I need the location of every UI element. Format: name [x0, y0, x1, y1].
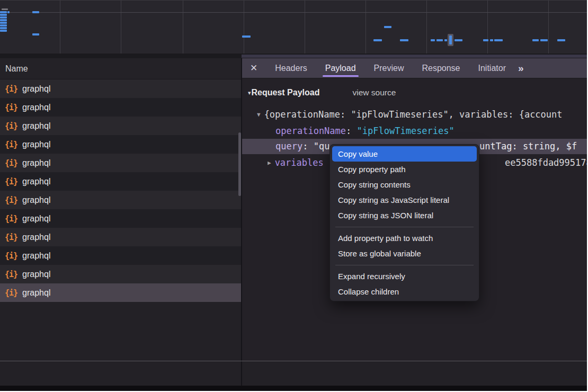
request-name: graphql [22, 233, 50, 242]
menu-separator [335, 227, 474, 227]
menu-item-store-as-global-variable[interactable]: Store as global variable [332, 246, 477, 261]
json-braces-icon: {i} [5, 195, 17, 205]
request-name: graphql [22, 103, 50, 112]
request-bar [436, 39, 443, 41]
request-name: graphql [22, 195, 50, 205]
network-overview-timeline[interactable] [0, 0, 587, 54]
menu-item-copy-string-as-javascript-literal[interactable]: Copy string as JavaScript literal [332, 192, 477, 208]
json-braces-icon: {i} [5, 233, 17, 242]
payload-preview-row[interactable]: ▼{operationName: "ipFlowTimeseries", var… [257, 109, 587, 121]
request-bar [0, 16, 7, 19]
operation-name-row[interactable]: operationName: "ipFlowTimeseries" [275, 126, 587, 137]
timeline-gridline [487, 1, 488, 54]
json-braces-icon: {i} [5, 177, 17, 186]
request-row[interactable]: {i}graphql [0, 191, 241, 209]
json-braces-icon: {i} [5, 251, 17, 261]
json-braces-icon: {i} [5, 103, 17, 112]
request-bar [483, 39, 488, 41]
request-bar [0, 24, 7, 26]
request-list-panel: Name {i}graphql{i}graphql{i}graphql{i}gr… [0, 58, 241, 391]
query-row-right-fragment: untTag: string, $f [479, 139, 577, 154]
request-bar [532, 39, 539, 41]
request-row[interactable]: {i}graphql [0, 246, 241, 265]
json-braces-icon: {i} [5, 121, 17, 131]
request-bar [0, 30, 7, 32]
timeline-row-divider [0, 12, 587, 13]
overview-scroll-strip[interactable] [242, 55, 587, 58]
close-icon[interactable]: ✕ [242, 63, 266, 74]
request-row[interactable]: {i}graphql [0, 79, 241, 98]
json-braces-icon: {i} [5, 214, 17, 224]
request-bar [32, 33, 39, 35]
request-bar [431, 39, 435, 41]
request-row[interactable]: {i}graphql [0, 117, 241, 135]
column-header-name[interactable]: Name [0, 58, 241, 79]
request-bar [540, 39, 548, 41]
request-row[interactable]: {i}graphql [0, 228, 241, 246]
request-bar [0, 11, 7, 13]
request-row[interactable]: {i}graphql [0, 135, 241, 154]
timeline-marker-bar [449, 35, 452, 44]
chevron-right-icon[interactable]: ▶ [268, 159, 271, 166]
request-bar [490, 39, 493, 41]
request-bar [32, 11, 39, 13]
request-row[interactable]: {i}graphql [0, 209, 241, 228]
menu-item-expand-recursively[interactable]: Expand recursively [332, 269, 477, 284]
request-name: graphql [22, 214, 50, 224]
detail-tabbar: ✕ HeadersPayloadPreviewResponseInitiator… [242, 58, 587, 78]
section-expander-icon[interactable]: ▾ [248, 90, 251, 96]
tab-preview[interactable]: Preview [365, 58, 413, 78]
json-braces-icon: {i} [5, 140, 17, 149]
section-title: Request Payload [252, 88, 320, 97]
request-row[interactable]: {i}graphql [0, 172, 241, 191]
request-name: graphql [22, 140, 50, 149]
menu-item-collapse-children[interactable]: Collapse children [332, 284, 477, 299]
window-bottom-edge [0, 386, 587, 391]
json-braces-icon: {i} [5, 270, 17, 279]
request-row[interactable]: {i}graphql [0, 265, 241, 283]
request-bar [373, 39, 382, 41]
timeline-gridline [121, 1, 121, 54]
request-name: graphql [22, 158, 50, 168]
menu-separator [335, 265, 474, 265]
menu-item-copy-string-as-json-literal[interactable]: Copy string as JSON literal [332, 208, 477, 223]
request-bar [0, 27, 7, 29]
menu-item-copy-value[interactable]: Copy value [332, 146, 477, 162]
overview-bottom-band [0, 54, 587, 58]
request-row[interactable]: {i}graphql [0, 283, 241, 302]
json-braces-icon: {i} [5, 288, 17, 298]
json-braces-icon: {i} [5, 158, 17, 168]
request-row[interactable]: {i}graphql [0, 154, 241, 172]
request-name: graphql [22, 270, 50, 279]
timeline-gridline [548, 1, 549, 54]
menu-item-copy-property-path[interactable]: Copy property path [332, 162, 477, 177]
request-bar [0, 22, 7, 24]
request-name: graphql [22, 84, 50, 94]
request-name: graphql [22, 121, 50, 131]
request-name: graphql [22, 251, 50, 261]
tab-response[interactable]: Response [413, 58, 469, 78]
request-bar [0, 19, 7, 21]
request-bar [0, 14, 7, 16]
timeline-gridline [426, 1, 427, 54]
request-row[interactable]: {i}graphql [0, 98, 241, 117]
request-name: graphql [22, 177, 50, 186]
chevron-down-icon[interactable]: ▼ [257, 111, 261, 118]
timeline-gridline [60, 1, 60, 54]
tab-payload[interactable]: Payload [316, 58, 365, 78]
menu-item-copy-string-contents[interactable]: Copy string contents [332, 177, 477, 192]
request-list: {i}graphql{i}graphql{i}graphql{i}graphql… [0, 79, 241, 302]
tab-headers[interactable]: Headers [266, 58, 316, 78]
more-tabs-icon[interactable]: » [518, 63, 530, 74]
request-bar [400, 39, 408, 41]
request-bar [242, 35, 251, 38]
view-source-link[interactable]: view source [352, 88, 396, 97]
request-name: graphql [22, 288, 50, 298]
tab-initiator[interactable]: Initiator [469, 58, 515, 78]
footer-divider [0, 361, 587, 361]
timeline-gridline [183, 1, 183, 54]
request-bar [455, 39, 462, 41]
request-bar [7, 11, 10, 13]
detail-tabs: HeadersPayloadPreviewResponseInitiator [266, 58, 515, 78]
menu-item-add-property-path-to-watch[interactable]: Add property path to watch [332, 230, 477, 246]
